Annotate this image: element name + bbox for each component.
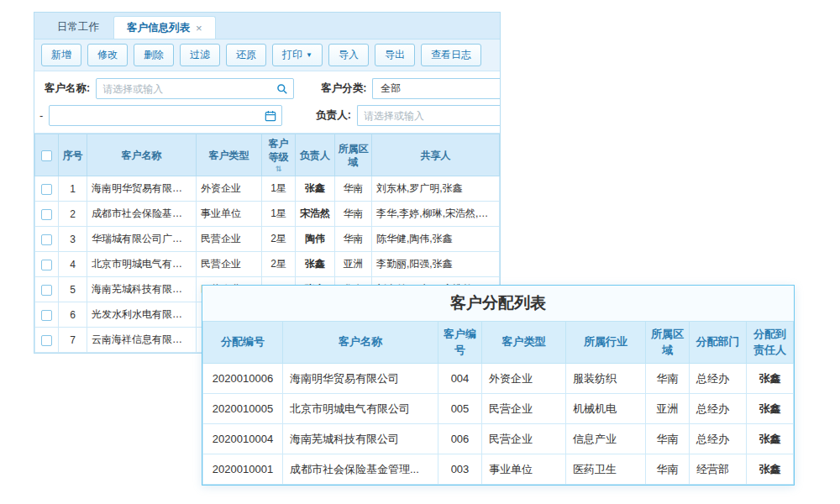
owner-link[interactable]: 宋浩然 — [296, 202, 335, 227]
import-button[interactable]: 导入 — [328, 44, 369, 66]
region: 华南 — [335, 176, 372, 202]
assignee-link[interactable]: 张鑫 — [747, 424, 794, 454]
customer-type: 民营企业 — [197, 227, 262, 252]
customer-table-header: 序号 客户名称 客户类型 客户等级 ⇅ 负责人 所属区域 共享人 — [35, 134, 500, 176]
shared-list: 陈华健,陶伟,张鑫 — [372, 227, 500, 252]
row-no: 3 — [59, 227, 87, 252]
customer-type: 外资企业 — [482, 364, 566, 394]
owner-link[interactable]: 陶伟 — [296, 227, 335, 252]
col-customer-type: 客户类型 — [482, 322, 566, 364]
alloc-no-link[interactable]: 2020010005 — [203, 394, 283, 424]
search-icon[interactable] — [276, 83, 288, 95]
close-icon[interactable]: × — [196, 23, 202, 34]
customer-level: 1星 — [262, 176, 296, 202]
delete-button[interactable]: 删除 — [134, 44, 174, 66]
col-customer-level-label: 客户等级 — [269, 138, 289, 163]
table-row: 4 北京市明城电气有限公司 民营企业 2星 张鑫 亚洲 李勤丽,阳强,张鑫 — [35, 252, 500, 277]
customer-name-link[interactable]: 海南明华贸易有限公司 — [87, 176, 197, 202]
col-owner: 负责人 — [296, 134, 335, 176]
customer-name-link[interactable]: 海南明华贸易有限公司 — [283, 364, 438, 394]
customer-name-link[interactable]: 成都市社会保险基金管理... — [87, 202, 197, 227]
dept: 总经办 — [690, 364, 747, 394]
owner-input-wrap — [357, 105, 500, 126]
row-no: 6 — [59, 302, 87, 328]
alloc-no-link[interactable]: 2020010004 — [203, 424, 283, 454]
col-no: 序号 — [59, 134, 87, 176]
col-customer-level: 客户等级 ⇅ — [262, 134, 296, 176]
row-checkbox[interactable] — [41, 260, 52, 270]
select-all-checkbox[interactable] — [41, 150, 52, 161]
region: 华南 — [335, 202, 372, 227]
col-alloc-no: 分配编号 — [203, 322, 283, 364]
row-checkbox[interactable] — [41, 184, 52, 195]
date-input[interactable] — [50, 106, 265, 125]
customer-no: 004 — [438, 364, 482, 394]
customer-type: 民营企业 — [197, 252, 262, 277]
customer-type: 事业单位 — [197, 202, 262, 227]
edit-button[interactable]: 修改 — [87, 44, 128, 66]
shared-list: 李勤丽,阳强,张鑫 — [372, 252, 500, 277]
customer-name-link[interactable]: 海南芜城科技有限公司 — [283, 424, 438, 454]
tab-customer-info-list[interactable]: 客户信息列表 × — [113, 16, 216, 39]
row-no: 1 — [59, 176, 87, 202]
customer-name-input[interactable] — [97, 79, 276, 98]
assignee-link[interactable]: 张鑫 — [747, 454, 794, 485]
row-checkbox[interactable] — [41, 209, 52, 220]
assignee-link[interactable]: 张鑫 — [747, 364, 794, 394]
row-checkbox[interactable] — [41, 335, 52, 346]
tab-daily-work[interactable]: 日常工作 — [45, 16, 112, 39]
region: 华南 — [335, 227, 372, 252]
owner-label: 负责人: — [316, 108, 351, 123]
calendar-icon[interactable] — [265, 110, 276, 122]
row-checkbox[interactable] — [41, 310, 52, 321]
customer-type: 民营企业 — [482, 424, 566, 454]
row-checkbox[interactable] — [41, 234, 52, 245]
allocation-panel-title: 客户分配列表 — [202, 286, 794, 321]
customer-name-input-wrap — [96, 78, 294, 99]
industry: 服装纺织 — [566, 364, 646, 394]
customer-category-select[interactable]: 全部 — [372, 78, 500, 99]
tab-label: 日常工作 — [57, 21, 99, 33]
filter-row-2: - 负责人: — [45, 105, 500, 126]
owner-link[interactable]: 张鑫 — [296, 252, 335, 277]
customer-type: 事业单位 — [482, 454, 566, 485]
table-row: 2020010006 海南明华贸易有限公司 004 外资企业 服装纺织 华南 总… — [203, 364, 794, 394]
region: 亚洲 — [646, 394, 690, 424]
export-button[interactable]: 导出 — [375, 44, 415, 66]
customer-no: 006 — [438, 424, 482, 454]
col-shared: 共享人 — [372, 134, 500, 176]
customer-no: 005 — [438, 394, 482, 424]
row-checkbox[interactable] — [41, 285, 52, 296]
customer-name-link[interactable]: 北京市明城电气有限公司 — [283, 394, 438, 424]
print-button[interactable]: 打印 ▼ — [272, 44, 323, 66]
restore-button[interactable]: 还原 — [226, 44, 266, 66]
row-select-cell — [35, 202, 59, 227]
customer-name-link[interactable]: 光发水利水电有限公司 — [87, 302, 197, 328]
tab-bar: 日常工作 客户信息列表 × — [34, 13, 500, 39]
alloc-no-link[interactable]: 2020010001 — [203, 454, 283, 485]
customer-name-link[interactable]: 北京市明城电气有限公司 — [87, 252, 197, 277]
row-no: 5 — [59, 277, 87, 302]
date-input-wrap — [49, 105, 282, 126]
sort-icon[interactable]: ⇅ — [264, 165, 293, 173]
customer-name-link[interactable]: 海南芜城科技有限公司 — [87, 277, 197, 302]
view-log-button[interactable]: 查看日志 — [421, 44, 481, 66]
customer-name-link[interactable]: 云南海祥信息有限公司 — [87, 328, 197, 353]
region: 亚洲 — [335, 252, 372, 277]
col-customer-name: 客户名称 — [87, 134, 197, 176]
industry: 医药卫生 — [566, 454, 646, 485]
filter-button[interactable]: 过滤 — [180, 44, 220, 66]
add-button[interactable]: 新增 — [41, 44, 81, 66]
dept: 总经办 — [690, 394, 747, 424]
customer-type: 民营企业 — [482, 394, 566, 424]
customer-name-link[interactable]: 成都市社会保险基金管理... — [283, 454, 438, 485]
caret-down-icon: ▼ — [306, 52, 312, 59]
assignee-link[interactable]: 张鑫 — [747, 394, 794, 424]
owner-input[interactable] — [358, 106, 500, 125]
customer-name-link[interactable]: 华瑞城有限公司广告设计部 — [87, 227, 197, 252]
table-row: 2020010005 北京市明城电气有限公司 005 民营企业 机械机电 亚洲 … — [203, 394, 794, 424]
col-region: 所属区域 — [335, 134, 372, 176]
owner-link[interactable]: 张鑫 — [296, 176, 335, 202]
alloc-no-link[interactable]: 2020010006 — [203, 364, 283, 394]
customer-level: 2星 — [262, 227, 296, 252]
